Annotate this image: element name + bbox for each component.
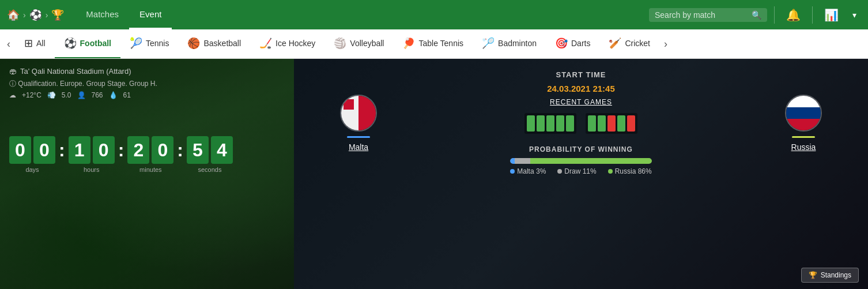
days-digit-1: 0 xyxy=(9,136,31,164)
audience-count: 766 xyxy=(92,91,103,99)
malta-flag xyxy=(340,95,377,132)
sport-darts[interactable]: 🎯 Darts xyxy=(546,29,599,59)
sep-2: : xyxy=(117,140,126,161)
standings-button[interactable]: 🏆 Standings xyxy=(801,268,859,283)
chevron-down-icon[interactable]: ▾ xyxy=(848,10,861,20)
sport-tabletennis-label: Table Tennis xyxy=(418,39,463,48)
countdown-timer: 0 0 days : 1 0 hours : 2 0 xyxy=(0,136,294,173)
russia-bar-3 xyxy=(607,115,616,132)
sport-volleyball-label: Volleyball xyxy=(350,39,384,48)
recent-games-label: RECENT GAMES xyxy=(550,98,612,106)
bar-chart-icon[interactable]: 📊 xyxy=(820,8,843,22)
tab-matches[interactable]: Matches xyxy=(76,0,129,29)
home-team-block: Malta xyxy=(340,95,377,152)
nav-breadcrumb: 🏠 › ⚽ › 🏆 xyxy=(7,9,64,21)
home-icon[interactable]: 🏠 xyxy=(7,9,20,21)
match-search-input[interactable] xyxy=(655,10,747,20)
seconds-digit-2: 4 xyxy=(211,136,233,164)
malta-bar-3 xyxy=(546,115,554,132)
sports-prev-button[interactable]: ‹ xyxy=(2,38,15,50)
hours-label: hours xyxy=(84,166,100,173)
breadcrumb-sep-1: › xyxy=(23,10,26,20)
audience-icon: 👤 xyxy=(77,91,86,99)
venue-icon: 🏟 xyxy=(9,67,17,76)
probability-section: PROBABILITY OF WINNING Malta 3% xyxy=(510,145,651,175)
event-info-panel: Malta START TIME 24.03.2021 21:45 RECENT… xyxy=(294,59,868,289)
match-info: 🏟 Ta' Qali National Stadium (Attard) ⓘ Q… xyxy=(0,59,294,119)
minutes-digit-2: 0 xyxy=(152,136,173,164)
wind-speed: 5.0 xyxy=(62,91,71,99)
sport-all[interactable]: ⊞ All xyxy=(15,29,55,59)
cloud-icon: ☁ xyxy=(9,91,16,99)
sport-all-label: All xyxy=(36,39,46,48)
draw-dot xyxy=(557,169,562,174)
sport-football-label: Football xyxy=(80,39,111,48)
icehockey-icon: 🏒 xyxy=(259,37,272,50)
russia-dot xyxy=(608,169,613,174)
all-icon: ⊞ xyxy=(24,37,33,50)
notification-bell-icon[interactable]: 🔔 xyxy=(782,8,805,22)
basketball-icon: 🏀 xyxy=(187,37,200,50)
malta-team-name[interactable]: Malta xyxy=(349,142,368,152)
football-icon: ⚽ xyxy=(64,37,77,50)
russia-recent-bars xyxy=(586,113,637,134)
countdown-days: 0 0 days xyxy=(9,136,55,173)
sport-football[interactable]: ⚽ Football xyxy=(55,29,120,59)
sport-basketball-label: Basketball xyxy=(203,39,241,48)
sport-volleyball[interactable]: 🏐 Volleyball xyxy=(324,29,393,59)
sport-badminton-label: Badminton xyxy=(498,39,537,48)
info-icon: ⓘ xyxy=(9,80,16,88)
countdown-seconds: 5 4 seconds xyxy=(187,136,233,173)
hours-digit-2: 0 xyxy=(93,136,115,164)
sep-3: : xyxy=(176,140,184,161)
sport-basketball[interactable]: 🏀 Basketball xyxy=(178,29,250,59)
russia-flag xyxy=(785,95,822,132)
seconds-label: seconds xyxy=(198,166,221,173)
start-time-label: START TIME xyxy=(556,70,606,79)
sport-cricket-label: Cricket xyxy=(625,39,650,48)
sport-badminton[interactable]: 🏸 Badminton xyxy=(473,29,546,59)
probability-label: PROBABILITY OF WINNING xyxy=(510,145,651,153)
qualification-text: Qualification. Europe. Group Stage. Grou… xyxy=(18,80,157,88)
malta-bar-2 xyxy=(537,115,545,132)
countdown-minutes: 2 0 minutes xyxy=(127,136,173,173)
darts-icon: 🎯 xyxy=(555,37,568,50)
trophy-icon[interactable]: 🏆 xyxy=(51,9,64,21)
russia-bar-2 xyxy=(598,115,606,132)
droplet-icon: 💧 xyxy=(109,91,118,99)
sport-darts-label: Darts xyxy=(571,39,590,48)
countdown-hours: 1 0 hours xyxy=(69,136,115,173)
russia-team-name[interactable]: Russia xyxy=(791,142,816,152)
event-content: Malta START TIME 24.03.2021 21:45 RECENT… xyxy=(294,59,868,289)
hours-digit-1: 1 xyxy=(69,136,90,164)
qualification-info: ⓘ Qualification. Europe. Group Stage. Gr… xyxy=(9,79,285,89)
malta-bar-5 xyxy=(566,115,574,132)
sport-tabletennis[interactable]: 🏓 Table Tennis xyxy=(393,29,473,59)
match-background-panel: 🏟 Ta' Qali National Stadium (Attard) ⓘ Q… xyxy=(0,59,294,289)
venue-name: Ta' Qali National Stadium (Attard) xyxy=(20,67,131,76)
sport-icehockey[interactable]: 🏒 Ice Hockey xyxy=(250,29,324,59)
sports-next-button[interactable]: › xyxy=(659,38,672,50)
draw-prob-bar xyxy=(515,158,530,164)
sport-cricket[interactable]: 🏏 Cricket xyxy=(599,29,659,59)
temperature: +12°C xyxy=(22,91,41,99)
cricket-icon: 🏏 xyxy=(609,37,621,50)
malta-bar-4 xyxy=(556,115,564,132)
russia-underline xyxy=(792,136,815,138)
russia-bar-4 xyxy=(617,115,625,132)
probability-legend: Malta 3% Draw 11% Russia 86% xyxy=(510,167,651,175)
start-time-value: 24.03.2021 21:45 xyxy=(547,84,615,93)
malta-dot xyxy=(510,169,515,174)
nav-divider xyxy=(774,6,775,24)
sep-1: : xyxy=(58,140,66,161)
sport-tennis[interactable]: 🎾 Tennis xyxy=(120,29,178,59)
minutes-label: minutes xyxy=(139,166,162,173)
tab-event[interactable]: Event xyxy=(129,0,172,29)
nav-tabs: Matches Event xyxy=(76,0,172,29)
russia-prob-label: Russia 86% xyxy=(615,167,652,175)
humidity-value: 61 xyxy=(123,91,131,99)
sports-tab-bar: ‹ ⊞ All ⚽ Football 🎾 Tennis 🏀 Basketball… xyxy=(0,29,868,59)
probability-bar xyxy=(510,158,651,164)
malta-bar-1 xyxy=(527,115,535,132)
soccer-icon[interactable]: ⚽ xyxy=(29,9,42,21)
